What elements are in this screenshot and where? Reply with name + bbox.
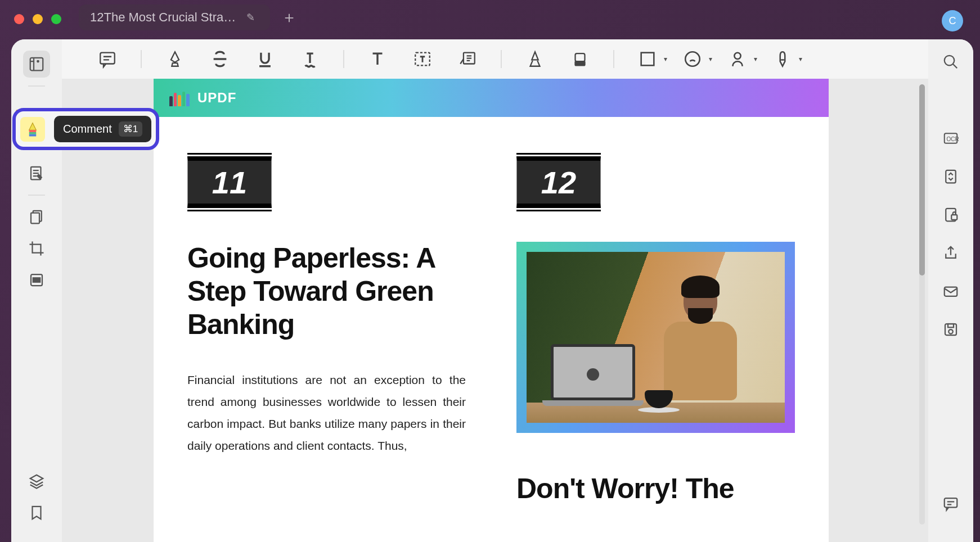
main-area: UPDF 11 Going Paperless: A Step Toward G… — [62, 39, 928, 542]
svg-point-24 — [948, 329, 953, 334]
svg-text:OCR: OCR — [947, 136, 959, 142]
convert-button[interactable] — [939, 165, 962, 188]
right-column: 12 Don't Worry! The — [516, 156, 795, 534]
text-box-button[interactable] — [411, 47, 434, 71]
edit-mode-button[interactable] — [23, 160, 50, 187]
shape-dropdown[interactable] — [636, 47, 659, 71]
eraser-button[interactable] — [568, 47, 592, 71]
svg-rect-11 — [576, 61, 585, 65]
pencil-button[interactable] — [523, 47, 547, 71]
svg-rect-25 — [945, 498, 957, 507]
user-initial: C — [949, 15, 956, 27]
close-window-button[interactable] — [14, 14, 24, 24]
svg-rect-23 — [948, 324, 954, 327]
toolbar-separator — [343, 50, 344, 68]
edit-tab-icon[interactable]: ✎ — [246, 11, 255, 24]
toolbar-separator — [501, 50, 502, 68]
toolbar-separator — [613, 50, 614, 68]
signature-dropdown[interactable] — [771, 47, 794, 71]
ocr-button[interactable]: OCR — [939, 127, 962, 150]
svg-rect-7 — [100, 53, 115, 64]
page-number-box: 11 — [187, 156, 272, 208]
tab-title: 12The Most Crucial Strateg — [90, 10, 236, 25]
save-button[interactable] — [939, 318, 962, 341]
svg-rect-0 — [30, 58, 43, 71]
article-body: Financial institutions are not an except… — [187, 369, 466, 457]
comment-tool-button[interactable] — [20, 117, 45, 142]
search-button[interactable] — [939, 51, 962, 73]
user-avatar[interactable]: C — [942, 10, 963, 31]
svg-rect-28 — [29, 134, 37, 136]
svg-rect-6 — [33, 278, 41, 282]
sidebar-separator — [28, 85, 45, 87]
svg-point-13 — [685, 52, 700, 66]
comment-panel-button[interactable] — [939, 493, 962, 515]
brand-logo-icon — [169, 89, 190, 106]
tabs-bar: 12The Most Crucial Strateg ✎ ＋ — [79, 4, 297, 30]
svg-rect-12 — [641, 53, 654, 66]
scrollbar[interactable] — [919, 84, 925, 525]
share-button[interactable] — [939, 242, 962, 264]
bookmarks-button[interactable] — [23, 499, 50, 526]
maximize-window-button[interactable] — [51, 14, 61, 24]
sidebar-separator — [28, 195, 45, 196]
brand-name: UPDF — [197, 90, 236, 106]
highlighter-button[interactable] — [163, 47, 187, 71]
toolbar-separator — [141, 50, 142, 68]
article-title: Don't Worry! The — [516, 472, 795, 505]
pages-button[interactable] — [23, 204, 50, 231]
window-controls — [14, 14, 61, 24]
redact-button[interactable] — [23, 267, 50, 293]
text-callout-button[interactable] — [456, 47, 479, 71]
sticky-note-button[interactable] — [96, 47, 119, 71]
svg-rect-18 — [946, 170, 956, 183]
article-title: Going Paperless: A Step Toward Green Ban… — [187, 242, 466, 341]
underline-button[interactable] — [253, 47, 277, 71]
comment-tool-highlight: Comment ⌘1 — [12, 108, 159, 150]
stamp-dropdown[interactable] — [681, 47, 704, 71]
add-tab-button[interactable]: ＋ — [281, 7, 297, 28]
document-tab[interactable]: 12The Most Crucial Strateg ✎ — [79, 4, 270, 30]
page-columns: 11 Going Paperless: A Step Toward Green … — [154, 117, 829, 542]
reader-mode-button[interactable] — [23, 51, 50, 78]
svg-point-15 — [945, 56, 955, 66]
comment-tooltip: Comment ⌘1 — [54, 116, 151, 142]
page-number: 11 — [212, 164, 247, 201]
protect-button[interactable] — [939, 204, 962, 226]
squiggly-button[interactable] — [298, 47, 322, 71]
tooltip-shortcut: ⌘1 — [119, 121, 142, 137]
svg-point-14 — [734, 53, 740, 59]
layers-button[interactable] — [23, 468, 50, 495]
tooltip-label: Comment — [63, 123, 112, 136]
right-sidebar: OCR — [928, 39, 973, 542]
svg-rect-26 — [29, 130, 37, 132]
svg-rect-4 — [31, 213, 39, 224]
document-viewport[interactable]: UPDF 11 Going Paperless: A Step Toward G… — [62, 79, 928, 542]
crop-button[interactable] — [23, 235, 50, 262]
svg-rect-27 — [29, 132, 37, 134]
svg-rect-21 — [945, 287, 957, 296]
left-column: 11 Going Paperless: A Step Toward Green … — [187, 156, 466, 534]
minimize-window-button[interactable] — [33, 14, 43, 24]
page-header-banner: UPDF — [154, 79, 829, 117]
mail-button[interactable] — [939, 280, 962, 302]
svg-point-1 — [37, 61, 39, 62]
svg-rect-20 — [951, 215, 957, 220]
strikethrough-button[interactable] — [208, 47, 232, 71]
scrollbar-thumb[interactable] — [919, 84, 925, 275]
document-page: UPDF 11 Going Paperless: A Step Toward G… — [154, 79, 829, 542]
page-number-box: 12 — [516, 156, 601, 208]
sticker-dropdown[interactable] — [726, 47, 749, 71]
svg-rect-10 — [576, 53, 585, 61]
article-image — [516, 242, 795, 433]
page-number: 12 — [541, 164, 576, 201]
text-button[interactable] — [366, 47, 389, 71]
annotation-toolbar — [62, 39, 928, 79]
